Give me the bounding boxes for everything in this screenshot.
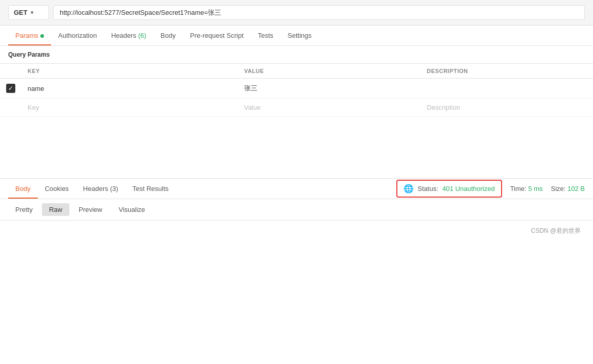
method-label: GET bbox=[14, 9, 28, 16]
globe-icon: 🌐 bbox=[404, 184, 414, 193]
url-bar: GET ▾ bbox=[0, 0, 593, 26]
status-area: 🌐 Status: 401 Unauthorized Time: 5 ms Si… bbox=[396, 180, 585, 198]
time-value: 5 ms bbox=[528, 185, 542, 192]
empty-value[interactable]: Value bbox=[238, 99, 421, 117]
tab-settings[interactable]: Settings bbox=[280, 26, 319, 45]
format-tabs: Pretty Raw Preview Visualize bbox=[0, 199, 593, 221]
tab-body[interactable]: Body bbox=[153, 26, 183, 45]
format-tab-raw[interactable]: Raw bbox=[42, 203, 69, 216]
format-tab-visualize[interactable]: Visualize bbox=[111, 203, 152, 216]
footer: CSDN @君的世界 bbox=[0, 221, 593, 241]
size-prefix: Size: bbox=[551, 185, 565, 192]
response-tab-headers[interactable]: Headers (3) bbox=[76, 179, 126, 199]
empty-row: Key Value Description bbox=[0, 99, 593, 117]
row-checkbox-cell[interactable]: ✓ bbox=[0, 79, 21, 99]
status-value: 401 Unauthorized bbox=[442, 185, 495, 192]
empty-key[interactable]: Key bbox=[21, 99, 238, 117]
status-prefix: Status: bbox=[418, 185, 438, 192]
row-key[interactable]: name bbox=[21, 79, 238, 99]
tab-pre-request[interactable]: Pre-request Script bbox=[183, 26, 251, 45]
method-select[interactable]: GET ▾ bbox=[8, 5, 49, 20]
method-chevron: ▾ bbox=[31, 10, 33, 15]
col-check bbox=[0, 64, 21, 79]
col-value: VALUE bbox=[238, 64, 421, 79]
time-prefix: Time: bbox=[510, 185, 527, 192]
status-badge-box: 🌐 Status: 401 Unauthorized bbox=[396, 180, 502, 198]
empty-description[interactable]: Description bbox=[421, 99, 593, 117]
query-params-label: Query Params bbox=[0, 46, 593, 63]
params-table: KEY VALUE DESCRIPTION ✓ name 张三 Key Valu… bbox=[0, 63, 593, 117]
checkbox-checked[interactable]: ✓ bbox=[6, 84, 15, 93]
row-value[interactable]: 张三 bbox=[238, 79, 421, 99]
row-description[interactable] bbox=[421, 79, 593, 99]
empty-space bbox=[0, 117, 593, 148]
footer-text: CSDN @君的世界 bbox=[531, 227, 581, 234]
size-info: Size: 102 B bbox=[551, 185, 585, 192]
request-tabs-bar: Params Authorization Headers (6) Body Pr… bbox=[0, 26, 593, 46]
response-headers-badge: (3) bbox=[110, 185, 118, 192]
response-header: Body Cookies Headers (3) Test Results 🌐 … bbox=[0, 179, 593, 199]
col-description: DESCRIPTION bbox=[421, 64, 593, 79]
format-tab-pretty[interactable]: Pretty bbox=[8, 203, 40, 216]
tab-params[interactable]: Params bbox=[8, 26, 51, 45]
params-dot bbox=[40, 34, 44, 38]
time-info: Time: 5 ms bbox=[510, 185, 543, 192]
response-tab-test-results[interactable]: Test Results bbox=[125, 179, 176, 199]
headers-badge: (6) bbox=[138, 32, 146, 39]
tab-headers[interactable]: Headers (6) bbox=[104, 26, 154, 45]
tab-authorization[interactable]: Authorization bbox=[51, 26, 104, 45]
tab-tests[interactable]: Tests bbox=[251, 26, 280, 45]
table-row: ✓ name 张三 bbox=[0, 79, 593, 99]
empty-checkbox-cell bbox=[0, 99, 21, 117]
response-tab-cookies[interactable]: Cookies bbox=[38, 179, 76, 199]
url-input[interactable] bbox=[53, 5, 585, 20]
col-key: KEY bbox=[21, 64, 238, 79]
format-tab-preview[interactable]: Preview bbox=[72, 203, 109, 216]
response-tab-body[interactable]: Body bbox=[8, 179, 38, 199]
response-tabs: Body Cookies Headers (3) Test Results bbox=[8, 179, 176, 199]
size-value: 102 B bbox=[567, 185, 585, 192]
